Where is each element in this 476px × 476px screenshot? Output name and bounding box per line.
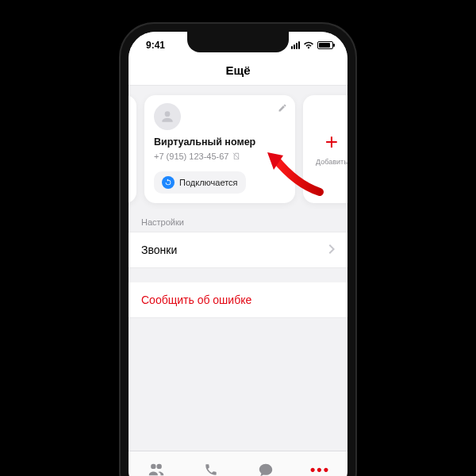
content: Виртуальный номер +7 (915) 123-45-67 Под… [129,86,347,451]
tab-messages[interactable]: Сообщения [238,451,293,476]
no-sim-icon [232,149,240,163]
more-icon: ••• [310,462,330,477]
chat-icon [258,462,274,477]
number-cards[interactable]: Виртуальный номер +7 (915) 123-45-67 Под… [129,86,347,213]
phone-frame: 9:41 Ещё [119,22,357,476]
tab-more[interactable]: ••• Ещё [293,451,347,476]
tab-calls[interactable]: Звонки [183,451,238,476]
phone-number: +7 (915) 123-45-67 [154,152,228,161]
plus-icon[interactable]: + [325,131,338,153]
phone-icon [204,462,218,477]
tab-contacts[interactable]: Контакты [129,451,183,476]
status-indicators [291,41,333,49]
contacts-icon [148,462,165,477]
add-label: Добавить [316,158,347,166]
pencil-icon[interactable] [278,102,287,116]
avatar-icon [154,103,181,130]
row-calls[interactable]: Звонки [129,232,347,268]
card-previous[interactable] [129,95,136,203]
signal-icon [291,41,300,49]
status-time: 9:41 [146,40,165,51]
battery-icon [317,41,333,49]
status-chip: Подключается [154,171,246,194]
screen: 9:41 Ещё [129,32,347,476]
wifi-icon [303,41,314,49]
notch [187,32,289,52]
row-report-error[interactable]: Сообщить об ошибке [129,282,347,318]
chevron-right-icon [328,244,335,256]
status-text: Подключается [179,178,238,187]
card-add[interactable]: + Добавить [303,95,347,203]
section-header-settings: Настройки [129,213,347,232]
card-virtual-number[interactable]: Виртуальный номер +7 (915) 123-45-67 Под… [144,95,295,203]
tab-bar: Контакты Звонки Сообщения ••• Ещё [129,451,347,476]
page-title: Ещё [129,59,347,86]
card-title: Виртуальный номер [154,136,286,148]
row-label: Звонки [141,244,177,256]
sync-icon [162,176,175,189]
row-label: Сообщить об ошибке [141,294,251,306]
